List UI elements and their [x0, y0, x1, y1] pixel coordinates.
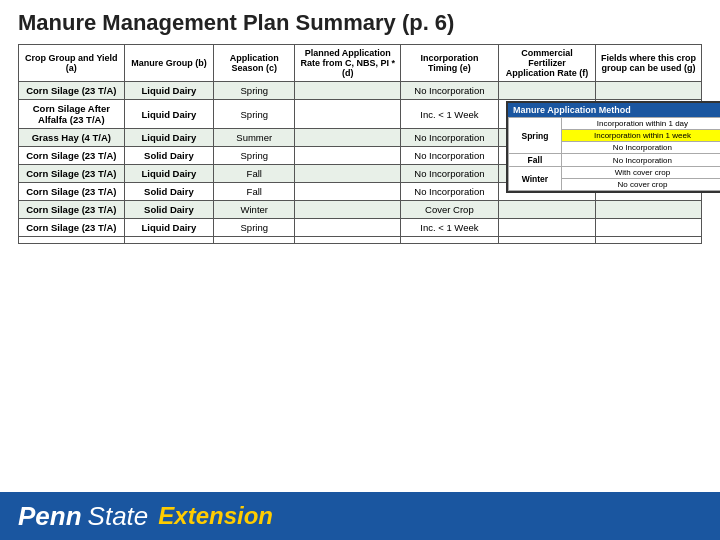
- method-spring-opt3: No Incorporation: [561, 142, 720, 154]
- cell-incorp: Inc. < 1 Week: [401, 219, 499, 237]
- cell-planned: [295, 100, 401, 129]
- method-fall-label: Fall: [509, 154, 562, 167]
- cell-planned: [295, 165, 401, 183]
- cell-manure: Solid Dairy: [124, 183, 213, 201]
- cell-incorp: No Incorporation: [401, 129, 499, 147]
- method-spring-opt1: Incorporation within 1 day: [561, 118, 720, 130]
- cell-planned: [295, 237, 401, 244]
- cell-incorp: No Incorporation: [401, 165, 499, 183]
- cell-manure: [124, 237, 213, 244]
- cell-planned: [295, 147, 401, 165]
- method-spring-opt2: Incorporation within 1 week: [561, 130, 720, 142]
- manure-method-table: Spring Incorporation within 1 day Incorp…: [508, 117, 720, 191]
- header-season: Application Season (c): [214, 45, 295, 82]
- table-header-row: Crop Group and Yield (a) Manure Group (b…: [19, 45, 702, 82]
- method-spring-label: Spring: [509, 118, 562, 154]
- cell-planned: [295, 201, 401, 219]
- cell-commercial: [498, 219, 596, 237]
- cell-crop: Corn Silage After Alfalfa (23 T/A): [19, 100, 125, 129]
- table-row: Corn Silage (23 T/A)Liquid DairySpringNo…: [19, 82, 702, 100]
- method-winter-row: Winter With cover crop: [509, 167, 721, 179]
- cell-incorp: Cover Crop: [401, 201, 499, 219]
- cell-commercial: [498, 201, 596, 219]
- footer-extension: Extension: [158, 502, 273, 530]
- cell-crop: [19, 237, 125, 244]
- cell-commercial: [498, 82, 596, 100]
- manure-method-header: Manure Application Method: [508, 103, 720, 117]
- cell-manure: Solid Dairy: [124, 201, 213, 219]
- table-row: Corn Silage (23 T/A)Solid DairyWinterCov…: [19, 201, 702, 219]
- table-row: [19, 237, 702, 244]
- method-spring-row: Spring Incorporation within 1 day: [509, 118, 721, 130]
- page: Manure Management Plan Summary (p. 6) Cr…: [0, 0, 720, 540]
- cell-incorp: No Incorporation: [401, 147, 499, 165]
- cell-crop: Corn Silage (23 T/A): [19, 183, 125, 201]
- header-incorp: Incorporation Timing (e): [401, 45, 499, 82]
- cell-manure: Liquid Dairy: [124, 129, 213, 147]
- method-winter-opt2: No cover crop: [561, 179, 720, 191]
- method-fall-opt1: No Incorporation: [561, 154, 720, 167]
- cell-season: Winter: [214, 201, 295, 219]
- cell-planned: [295, 183, 401, 201]
- method-fall-row: Fall No Incorporation: [509, 154, 721, 167]
- cell-crop: Corn Silage (23 T/A): [19, 201, 125, 219]
- cell-season: Fall: [214, 183, 295, 201]
- table-row: Corn Silage (23 T/A)Liquid DairySpringIn…: [19, 219, 702, 237]
- cell-incorp: No Incorporation: [401, 183, 499, 201]
- cell-fields: [596, 201, 702, 219]
- cell-season: Spring: [214, 100, 295, 129]
- cell-planned: [295, 129, 401, 147]
- cell-crop: Corn Silage (23 T/A): [19, 82, 125, 100]
- cell-planned: [295, 82, 401, 100]
- cell-fields: [596, 237, 702, 244]
- cell-season: Summer: [214, 129, 295, 147]
- cell-crop: Corn Silage (23 T/A): [19, 165, 125, 183]
- cell-planned: [295, 219, 401, 237]
- cell-incorp: Inc. < 1 Week: [401, 100, 499, 129]
- footer-state: State: [88, 501, 149, 532]
- cell-incorp: [401, 237, 499, 244]
- header-commercial: Commercial Fertilizer Application Rate (…: [498, 45, 596, 82]
- cell-season: [214, 237, 295, 244]
- cell-manure: Liquid Dairy: [124, 82, 213, 100]
- header-fields: Fields where this crop group can be used…: [596, 45, 702, 82]
- header-manure: Manure Group (b): [124, 45, 213, 82]
- method-winter-label: Winter: [509, 167, 562, 191]
- cell-incorp: No Incorporation: [401, 82, 499, 100]
- header-planned: Planned Application Rate from C, NBS, PI…: [295, 45, 401, 82]
- footer-penn: Penn: [18, 501, 82, 532]
- footer: Penn State Extension: [0, 492, 720, 540]
- cell-manure: Liquid Dairy: [124, 165, 213, 183]
- page-title: Manure Management Plan Summary (p. 6): [18, 10, 702, 36]
- table-wrapper: Crop Group and Yield (a) Manure Group (b…: [18, 44, 702, 244]
- manure-method-overlay: Manure Application Method Spring Incorpo…: [506, 101, 720, 193]
- cell-manure: Liquid Dairy: [124, 100, 213, 129]
- cell-season: Fall: [214, 165, 295, 183]
- cell-crop: Corn Silage (23 T/A): [19, 147, 125, 165]
- cell-manure: Solid Dairy: [124, 147, 213, 165]
- cell-fields: [596, 82, 702, 100]
- method-winter-opt1: With cover crop: [561, 167, 720, 179]
- cell-crop: Corn Silage (23 T/A): [19, 219, 125, 237]
- cell-crop: Grass Hay (4 T/A): [19, 129, 125, 147]
- cell-season: Spring: [214, 82, 295, 100]
- cell-manure: Liquid Dairy: [124, 219, 213, 237]
- cell-season: Spring: [214, 147, 295, 165]
- cell-fields: [596, 219, 702, 237]
- cell-season: Spring: [214, 219, 295, 237]
- main-content: Manure Management Plan Summary (p. 6) Cr…: [0, 0, 720, 492]
- cell-commercial: [498, 237, 596, 244]
- header-crop: Crop Group and Yield (a): [19, 45, 125, 82]
